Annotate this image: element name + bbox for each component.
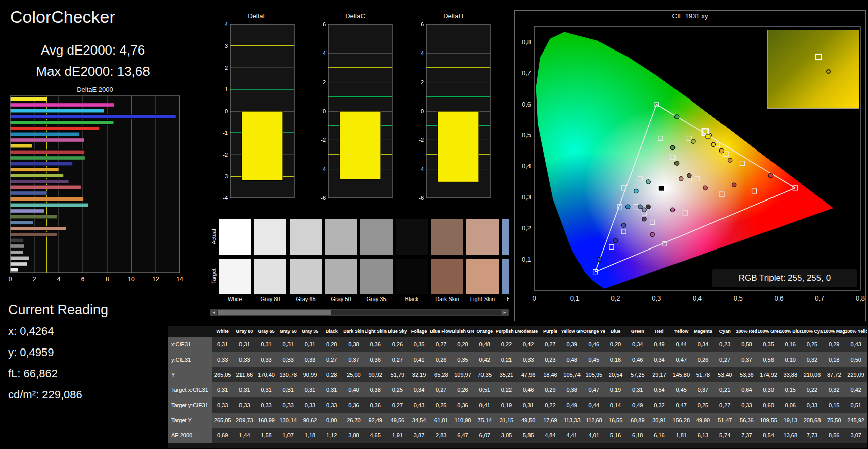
measured-marker-light-skin (679, 177, 683, 181)
table-cell: 229,09 (845, 367, 867, 382)
table-cell: 0,28 (452, 337, 473, 352)
column-header-dark-skin: Dark Skin (343, 326, 364, 337)
de-bar-100-green (10, 121, 114, 125)
table-cell: 0,43 (408, 397, 430, 413)
de-bar-magenta (10, 138, 84, 142)
table-cell: 0,31 (233, 382, 255, 397)
column-header-gray-50: Gray 50 (277, 326, 299, 337)
table-cell: 0,37 (692, 382, 714, 397)
scrollbar-thumb[interactable] (218, 310, 331, 315)
table-cell: 211,66 (233, 367, 255, 382)
swatch-label: Gray 65 (290, 296, 322, 302)
table-cell: 6,13 (692, 428, 714, 443)
scrollbar-track[interactable] (217, 310, 501, 315)
measurement-table: WhiteGray 80Gray 65Gray 50Gray 35BlackDa… (168, 326, 867, 448)
table-cell: 0,33 (212, 397, 233, 413)
table-cell: 0,38 (343, 337, 364, 352)
table-cell: 31,15 (496, 413, 517, 428)
row-label: Target Y (168, 413, 212, 428)
table-cell: 0,25 (387, 382, 408, 397)
measured-marker-100-red (768, 174, 773, 178)
de-bar-dark-skin (10, 232, 57, 236)
table-cell: 145,80 (670, 367, 692, 382)
y-tick-label: 0,7 (522, 69, 531, 77)
table-cell: 170,40 (255, 367, 277, 382)
inset-target-marker (815, 54, 822, 60)
y-tick-label: 6 (323, 21, 326, 27)
scroll-right-button[interactable]: ► (501, 310, 508, 315)
de-bar-blue (10, 162, 73, 166)
table-cell: 3,88 (343, 428, 364, 443)
x-tick-label: 8 (106, 276, 109, 283)
de-bar-black (10, 238, 24, 242)
table-cell: 90,99 (299, 367, 321, 382)
swatch-label: Light Skin (466, 296, 499, 302)
deltac-chart: DeltaC 6420-2-4-6 (315, 12, 395, 210)
table-cell: 90,62 (299, 413, 321, 428)
table-cell: 0,64 (736, 382, 757, 397)
table-cell: 33,88 (780, 367, 801, 382)
y-tick-label: 2 (225, 65, 228, 71)
table-cell: 7,37 (736, 428, 757, 443)
swatch-target-white (219, 259, 251, 294)
table-cell: 47,96 (517, 367, 539, 382)
swatch-scrollbar[interactable]: ◄ ► (210, 309, 509, 316)
current-reading-block: Current Reading x: 0,4264 y: 0,4959 fL: … (8, 302, 108, 410)
measured-marker-yellow (711, 142, 715, 146)
measured-marker-blue-flower (642, 208, 646, 212)
table-cell: 0,45 (583, 352, 605, 367)
table-cell: 1,91 (387, 428, 408, 443)
table-row-x-cie31: x:CIE310,310,310,310,310,310,280,380,360… (168, 337, 867, 352)
table-cell: 0,48 (474, 337, 496, 352)
row-label: Y (168, 367, 212, 382)
deltae2000-chart: DeltaE 2000 02468101214 (6, 86, 184, 286)
table-cell: 0,31 (321, 382, 343, 397)
table-cell: 0,54 (648, 382, 670, 397)
table-cell: 0,31 (233, 337, 255, 352)
table-cell: 0,31 (255, 337, 277, 352)
de-bar-foliage (10, 215, 57, 219)
y-tick-label: -6 (419, 195, 424, 201)
table-cell: 49,90 (692, 413, 714, 428)
table-cell: 0,36 (343, 397, 364, 413)
x-tick-label: 2 (33, 276, 36, 283)
deltah-chart-title: DeltaH (413, 12, 493, 20)
table-cell: 0,31 (277, 337, 299, 352)
table-cell: 0,16 (605, 352, 626, 367)
table-cell: 109,97 (452, 367, 473, 382)
table-cell: 130,78 (277, 367, 299, 382)
de-bar-red (10, 150, 85, 154)
cie-chart-title: CIE 1931 xy (515, 11, 865, 22)
table-cell: 3,05 (496, 428, 517, 443)
y-tick-label: 0 (225, 108, 228, 114)
table-cell: 34,54 (408, 413, 430, 428)
table-cell: 130,14 (277, 413, 299, 428)
swatch-strip: WhiteGray 80Gray 65Gray 50Gray 35BlackDa… (219, 219, 509, 305)
table-cell: 8,54 (757, 428, 779, 443)
measured-marker-magenta (670, 208, 674, 212)
swatch-actual-light-skin (466, 219, 499, 255)
table-cell: 0,31 (255, 382, 277, 397)
table-cell: 0,51 (845, 397, 867, 413)
table-cell: 0,44 (583, 397, 605, 413)
swatch-actual-gray-65 (290, 219, 322, 255)
table-cell: 0,46 (626, 352, 648, 367)
swatch-target-gray-80 (254, 259, 286, 294)
table-cell: 265,05 (212, 413, 233, 428)
column-header-100-blue: 100% Blue (780, 326, 801, 337)
column-header-blue-flower: Blue Flower (430, 326, 452, 337)
table-cell: 0,27 (714, 352, 736, 367)
swatch-row-label-actual: Actual (210, 219, 218, 255)
de-bar-gray-80 (10, 262, 28, 266)
de-bar-100-cyan (10, 109, 104, 113)
table-cell: 0,27 (387, 397, 408, 413)
column-header-green: Green (626, 326, 648, 337)
column-header-bluish-green: Bluish Green (452, 326, 473, 337)
deltae2000-plot: 02468101214 (6, 94, 184, 286)
table-cell: 0,22 (496, 382, 517, 397)
scroll-left-button[interactable]: ◄ (210, 310, 217, 315)
current-y-value: y: 0,4959 (8, 346, 108, 359)
table-cell: 6,16 (648, 428, 670, 443)
table-row-target-y-cie31: Target y:CIE310,330,330,330,330,330,330,… (168, 397, 867, 413)
swatch-target-black (396, 259, 428, 294)
